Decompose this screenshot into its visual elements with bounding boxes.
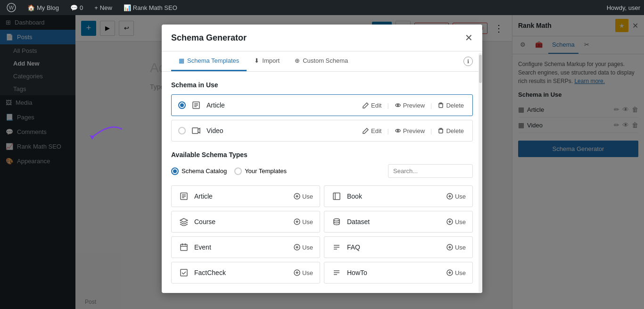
schema-card-article[interactable]: Article Use [171, 185, 320, 207]
schema-card-factcheck[interactable]: FactCheck Use [171, 262, 320, 284]
course-card-name: Course [194, 218, 289, 225]
available-types-title: Available Schema Types [171, 151, 473, 159]
article-radio[interactable] [178, 101, 186, 109]
schema-card-howto[interactable]: HowTo Use [324, 262, 473, 284]
book-card-name: Book [347, 192, 442, 200]
video-row-icon [190, 125, 202, 136]
plus-icon: + [94, 4, 98, 11]
schema-card-book[interactable]: Book Use [324, 185, 473, 207]
comments-btn[interactable]: 💬 0 [67, 0, 86, 15]
schema-catalog-radio-label[interactable]: Schema Catalog [171, 167, 227, 175]
book-card-icon [331, 191, 342, 202]
faq-use-btn[interactable]: Use [446, 244, 466, 251]
video-row-name: Video [206, 127, 356, 134]
admin-bar: W 🏠 My Blog 💬 0 + New 📊 Rank Math SEO Ho… [0, 0, 644, 15]
modal-body: Schema in Use Article Edit | Preview [162, 72, 482, 293]
plus-circle-icon [446, 193, 453, 200]
plus-circle-icon [446, 218, 453, 225]
plus-circle-icon [294, 269, 300, 276]
svg-rect-10 [192, 128, 198, 134]
schema-use-row-video: Video Edit | Preview | Delete [171, 120, 473, 142]
svg-rect-21 [333, 193, 340, 200]
video-row-actions: Edit | Preview | Delete [361, 126, 466, 135]
article-row-name: Article [206, 101, 356, 109]
factcheck-card-icon [178, 267, 190, 278]
schema-card-faq[interactable]: FAQ Use [324, 236, 473, 258]
svg-point-12 [397, 130, 398, 132]
comment-icon: 💬 [70, 4, 78, 11]
modal-header: Schema Generator ✕ [162, 25, 482, 51]
schema-card-course[interactable]: Course Use [171, 211, 320, 233]
eye-icon [395, 102, 401, 109]
article-card-name: Article [194, 192, 289, 200]
howto-card-name: HowTo [347, 269, 442, 276]
factcheck-card-name: FactCheck [194, 269, 289, 276]
svg-rect-9 [439, 104, 443, 108]
svg-text:W: W [9, 5, 14, 10]
plus-circle-icon [446, 269, 453, 276]
article-use-btn[interactable]: Use [294, 193, 313, 200]
plus-circle-icon [294, 218, 300, 225]
book-use-btn[interactable]: Use [446, 193, 466, 200]
schema-templates-icon: ▦ [179, 57, 184, 64]
rank-math-bar-item[interactable]: 📊 Rank Math SEO [121, 0, 180, 15]
video-radio[interactable] [178, 127, 186, 134]
article-row-actions: Edit | Preview | Delete [361, 101, 466, 110]
edit-icon [363, 127, 369, 134]
howto-use-btn[interactable]: Use [446, 269, 466, 276]
your-templates-radio[interactable] [234, 167, 242, 175]
schema-use-row-article: Article Edit | Preview | Delete [171, 94, 473, 116]
svg-marker-2 [90, 135, 94, 140]
svg-rect-33 [181, 244, 187, 251]
edit-icon [363, 102, 369, 109]
faq-card-name: FAQ [347, 243, 442, 251]
schema-generator-modal: Schema Generator ✕ ▦ Schema Templates ⬇ … [162, 25, 482, 293]
modal-tabs: ▦ Schema Templates ⬇ Import ⊕ Custom Sch… [162, 51, 482, 72]
new-btn[interactable]: + New [91, 0, 115, 15]
howdy-user: Howdy, user [607, 4, 640, 11]
tab-schema-templates[interactable]: ▦ Schema Templates [171, 51, 247, 71]
modal-info-button[interactable]: ℹ [463, 57, 473, 66]
article-preview-btn[interactable]: Preview [393, 101, 427, 110]
course-card-icon [178, 216, 190, 227]
svg-rect-46 [181, 269, 187, 276]
course-use-btn[interactable]: Use [294, 218, 313, 225]
event-use-btn[interactable]: Use [294, 244, 313, 251]
article-card-icon [178, 191, 190, 202]
schema-card-dataset[interactable]: Dataset Use [324, 211, 473, 233]
video-delete-btn[interactable]: Delete [436, 126, 466, 135]
howto-card-icon [331, 267, 342, 278]
schema-catalog-radio[interactable] [171, 167, 179, 175]
svg-point-29 [334, 219, 339, 221]
plus-circle-icon [294, 244, 300, 251]
dataset-card-name: Dataset [347, 218, 442, 225]
plus-circle-icon [294, 193, 300, 200]
wp-logo-btn[interactable]: W [4, 0, 19, 15]
my-blog-btn[interactable]: 🏠 My Blog [25, 0, 62, 15]
schema-search-input[interactable] [388, 164, 473, 178]
schema-grid: Article Use Book [171, 185, 473, 284]
factcheck-use-btn[interactable]: Use [294, 269, 313, 276]
custom-schema-icon: ⊕ [295, 57, 300, 64]
article-edit-btn[interactable]: Edit [361, 101, 383, 110]
schema-card-event[interactable]: Event Use [171, 236, 320, 258]
plus-circle-icon [446, 244, 453, 251]
video-edit-btn[interactable]: Edit [361, 126, 383, 135]
svg-point-8 [397, 105, 398, 106]
dataset-card-icon [331, 216, 342, 227]
purple-arrow [82, 120, 124, 148]
event-card-name: Event [194, 243, 289, 251]
tab-custom-schema[interactable]: ⊕ Custom Schema [287, 51, 355, 71]
modal-title: Schema Generator [171, 33, 247, 43]
schema-in-use-section-title: Schema in Use [171, 81, 473, 89]
tab-import[interactable]: ⬇ Import [247, 51, 287, 71]
svg-rect-13 [439, 129, 443, 133]
trash-icon [438, 102, 444, 109]
dataset-use-btn[interactable]: Use [446, 218, 466, 225]
video-preview-btn[interactable]: Preview [393, 126, 427, 135]
modal-close-button[interactable]: ✕ [465, 32, 473, 43]
import-icon: ⬇ [254, 57, 259, 64]
your-templates-radio-label[interactable]: Your Templates [234, 167, 287, 175]
trash-icon [438, 127, 444, 134]
article-delete-btn[interactable]: Delete [436, 101, 466, 110]
